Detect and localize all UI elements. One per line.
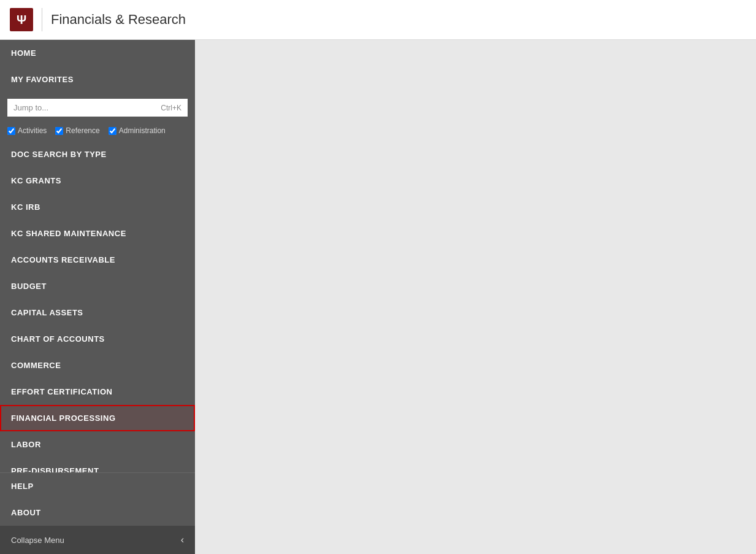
sidebar-item-pre-disbursement[interactable]: PRE-DISBURSEMENT [0,458,195,472]
header-divider [42,8,42,31]
jump-to-row[interactable]: Jump to... Ctrl+K [7,99,188,117]
sidebar-item-kc-irb[interactable]: KC IRB [0,194,195,220]
filter-activities[interactable]: Activities [7,126,47,135]
sidebar-item-my-favorites[interactable]: MY FAVORITES [0,66,195,93]
jump-to-placeholder: Jump to... [13,103,161,112]
filter-reference[interactable]: Reference [55,126,99,135]
sidebar-item-home[interactable]: HOME [0,40,195,66]
filter-administration[interactable]: Administration [109,126,166,135]
filter-reference-checkbox[interactable] [55,127,63,135]
sidebar-item-financial-processing[interactable]: FINANCIAL PROCESSING [0,405,195,431]
sidebar-item-doc-search[interactable]: DOC SEARCH BY TYPE [0,141,195,167]
sidebar-item-kc-shared-maintenance[interactable]: KC SHARED MAINTENANCE [0,220,195,247]
collapse-menu-label: Collapse Menu [11,536,64,545]
main-layout: HOME MY FAVORITES Jump to... Ctrl+K Acti… [0,40,756,554]
sidebar-item-chart-of-accounts[interactable]: CHART OF ACCOUNTS [0,326,195,352]
sidebar-item-commerce[interactable]: COMMERCE [0,352,195,379]
main-content [195,40,756,554]
header: Ψ Financials & Research [0,0,756,40]
sidebar-item-capital-assets[interactable]: CAPITAL ASSETS [0,299,195,326]
iu-logo: Ψ [10,8,33,31]
sidebar: HOME MY FAVORITES Jump to... Ctrl+K Acti… [0,40,195,554]
jump-to-container: Jump to... Ctrl+K [0,93,195,123]
sidebar-item-budget[interactable]: BUDGET [0,273,195,299]
filter-row: Activities Reference Administration [0,123,195,141]
sidebar-item-accounts-receivable[interactable]: ACCOUNTS RECEIVABLE [0,247,195,273]
collapse-arrow-icon: ‹ [181,534,184,545]
sidebar-item-kc-grants[interactable]: KC GRANTS [0,167,195,194]
filter-activities-checkbox[interactable] [7,127,15,135]
nav-scroll: DOC SEARCH BY TYPE KC GRANTS KC IRB KC S… [0,141,195,472]
collapse-menu-button[interactable]: Collapse Menu ‹ [0,526,195,554]
bottom-nav: HELP ABOUT [0,472,195,526]
filter-administration-checkbox[interactable] [109,127,116,135]
sidebar-item-effort-certification[interactable]: EFFORT CERTIFICATION [0,379,195,405]
sidebar-item-about[interactable]: ABOUT [0,499,195,526]
sidebar-item-labor[interactable]: LABOR [0,431,195,458]
sidebar-item-help[interactable]: HELP [0,473,195,499]
header-title: Financials & Research [51,12,186,28]
jump-to-shortcut: Ctrl+K [161,104,181,112]
